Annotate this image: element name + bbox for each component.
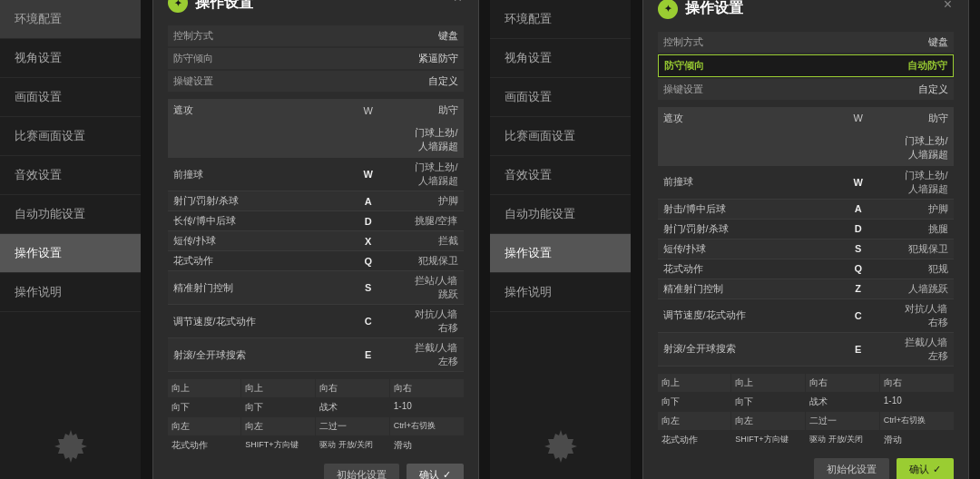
- confirm-arrow-left: ✓: [443, 469, 451, 479]
- sidebar-item-manual[interactable]: 操作说明: [0, 273, 141, 312]
- sidebar-item-env[interactable]: 环境配置: [0, 0, 141, 39]
- reset-button-right[interactable]: 初始化设置: [814, 458, 889, 480]
- left-modal-bg: ✦ 操作设置 × 控制方式 键盘 防守倾向 紧逼防守 操键设置 自定义: [141, 0, 490, 479]
- table-row: 射门/罚射/杀球 D 挑腿: [658, 219, 954, 239]
- table-row: 调节速度/花式动作 C 对抗/人墙右移: [168, 305, 464, 338]
- table-row: 调节速度/花式动作 C 对抗/人墙右移: [658, 298, 954, 332]
- sidebar-item-auto[interactable]: 自动功能设置: [0, 195, 141, 234]
- sidebar-item2-match[interactable]: 比赛画面设置: [490, 117, 631, 156]
- table-row: 短传/扑球 X 拦截: [168, 231, 464, 251]
- col-defend: 助守: [400, 99, 464, 122]
- col-key2: W: [827, 107, 890, 130]
- sidebar-bottom: [0, 414, 141, 479]
- table-row: 射滚/全开球搜索 E 拦截/人墙左移: [168, 338, 464, 372]
- dialog-left: ✦ 操作设置 × 控制方式 键盘 防守倾向 紧逼防守 操键设置 自定义: [152, 0, 479, 479]
- dialog-right: ✦ 操作设置 × 控制方式 键盘 防守倾向 自动防守 操键设置 自定义: [642, 0, 969, 479]
- sidebar-item2-sound[interactable]: 音效设置: [490, 156, 631, 195]
- info-row-key: 操键设置 自定义: [168, 71, 464, 92]
- extra-grid-left: 向上 向上 向右 向右 向下 向下 战术 1-10 向左 向左 二过一 Ctrl…: [168, 379, 464, 455]
- left-sidebar: 环境配置 视角设置 画面设置 比赛画面设置 音效设置 自动功能设置 操作设置 操…: [0, 0, 141, 479]
- gear-icon: [53, 428, 89, 464]
- close-button-left[interactable]: ×: [449, 0, 467, 7]
- table-row: 长传/博中后球 D 挑腿/空摔: [168, 211, 464, 231]
- sidebar-item-operation[interactable]: 操作设置: [0, 234, 141, 273]
- confirm-button-right[interactable]: 确认 ✓: [897, 458, 954, 480]
- col-defend2: 助守: [890, 107, 954, 130]
- dialog-title-left: ✦ 操作设置: [168, 0, 464, 13]
- sidebar-item2-operation[interactable]: 操作设置: [490, 234, 631, 273]
- dialog-title-text-left: 操作设置: [195, 0, 253, 13]
- settings-table-right: 遮攻 W 助守 门球上劲/人墙踢超 前撞球 W 门球上劲/人墙踢超: [658, 107, 954, 367]
- gear-icon2: [543, 428, 579, 464]
- col-attack2: 遮攻: [658, 107, 827, 130]
- dialog-footer-left: 初始化设置 确认 ✓: [168, 464, 464, 479]
- table-row: 短传/扑球 S 犯规保卫: [658, 239, 954, 259]
- dialog-footer-right: 初始化设置 确认 ✓: [658, 458, 954, 480]
- sidebar-item2-view[interactable]: 视角设置: [490, 39, 631, 78]
- dialog-icon-right: ✦: [658, 0, 678, 19]
- settings-table-left: 遮攻 W 助守 门球上劲/人墙踢超 前撞球 W 门球上劲/人墙踢超: [168, 99, 464, 372]
- confirm-arrow-right: ✓: [933, 464, 941, 475]
- table-row: 精准射门控制 S 拦站/人墙跳跃: [168, 271, 464, 305]
- sidebar-item-screen[interactable]: 画面设置: [0, 78, 141, 117]
- sidebar-item2-manual[interactable]: 操作说明: [490, 273, 631, 312]
- close-button-right[interactable]: ×: [939, 0, 957, 14]
- sidebar-item-match-screen[interactable]: 比赛画面设置: [0, 117, 141, 156]
- sidebar-item2-auto[interactable]: 自动功能设置: [490, 195, 631, 234]
- col-attack: 遮攻: [168, 99, 337, 122]
- table-row: 射击/博中后球 A 护脚: [658, 199, 954, 219]
- sidebar-item-sound[interactable]: 音效设置: [0, 156, 141, 195]
- confirm-button-left[interactable]: 确认 ✓: [407, 464, 464, 479]
- info-row-defend: 防守倾向 紧逼防守: [168, 48, 464, 69]
- extra-grid-right: 向上 向上 向右 向右 向下 向下 战术 1-10 向左 向左 二过一 Ctrl…: [658, 374, 954, 449]
- reset-button-left[interactable]: 初始化设置: [324, 464, 399, 479]
- table-row: 花式动作 Q 犯规: [658, 259, 954, 279]
- table-row: 射门/罚射/杀球 A 护脚: [168, 191, 464, 211]
- table-row: 精准射门控制 Z 人墙跳跃: [658, 279, 954, 298]
- right-modal-bg: ✦ 操作设置 × 控制方式 键盘 防守倾向 自动防守 操键设置 自定义: [631, 0, 980, 479]
- dialog-icon-left: ✦: [168, 0, 188, 13]
- table-row: 射滚/全开球搜索 E 拦截/人墙左移: [658, 332, 954, 366]
- info-row-control: 控制方式 键盘: [168, 25, 464, 46]
- sidebar-item2-env[interactable]: 环境配置: [490, 0, 631, 39]
- sidebar-bottom2: [490, 414, 631, 479]
- info-row2-control: 控制方式 键盘: [658, 32, 954, 53]
- right-sidebar: 环境配置 视角设置 画面设置 比赛画面设置 音效设置 自动功能设置 操作设置 操…: [490, 0, 631, 479]
- table-row: 花式动作 Q 犯规保卫: [168, 251, 464, 271]
- dialog-title-text-right: 操作设置: [685, 0, 743, 18]
- col-key: W: [337, 99, 400, 122]
- sidebar-item2-screen[interactable]: 画面设置: [490, 78, 631, 117]
- info-row2-defend-highlighted: 防守倾向 自动防守: [658, 54, 954, 77]
- sidebar-item-view[interactable]: 视角设置: [0, 39, 141, 78]
- table-row: 前撞球 W 门球上劲/人墙踢超: [658, 166, 954, 200]
- info-row2-key: 操键设置 自定义: [658, 79, 954, 100]
- dialog-title-right: ✦ 操作设置: [658, 0, 954, 19]
- table-row: 前撞球 W 门球上劲/人墙踢超: [168, 158, 464, 191]
